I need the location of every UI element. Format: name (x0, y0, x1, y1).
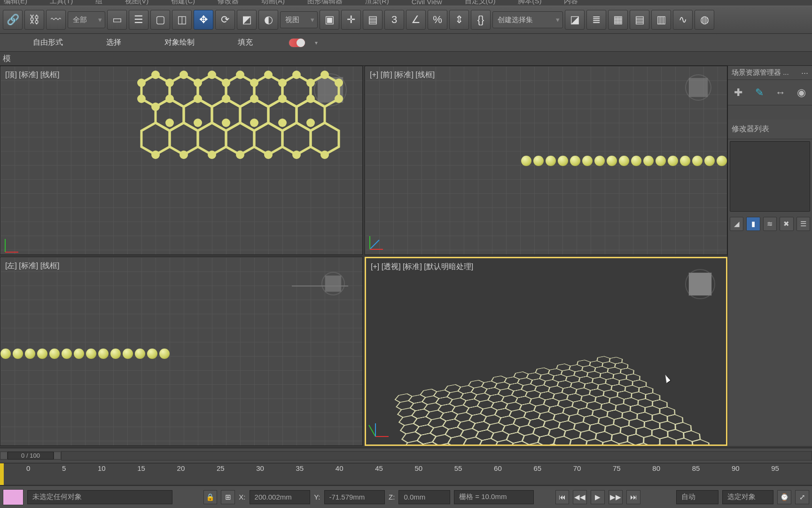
rotate-icon[interactable]: ⟳ (215, 10, 235, 30)
lock-selection-icon[interactable]: 🔒 (203, 490, 218, 504)
viewport-left-label[interactable]: [左] [标准] [线框] (3, 260, 62, 272)
manipulate-icon[interactable]: ✛ (341, 10, 361, 30)
menu-view[interactable]: 视图(V) (125, 0, 148, 6)
angle-snap-icon[interactable]: ∠ (406, 10, 426, 30)
viewport-persp-label[interactable]: [+] [透视] [标准] [默认明暗处理] (369, 261, 475, 273)
configure-icon[interactable]: ☰ (796, 217, 810, 231)
keyboard-shortcut-icon[interactable]: ▤ (363, 10, 383, 30)
create-tab-icon[interactable]: ✚ (730, 85, 746, 101)
layers-icon[interactable]: ▦ (608, 10, 628, 30)
move-icon[interactable]: ✥ (194, 10, 213, 30)
select-object-icon[interactable]: ▭ (107, 10, 127, 30)
modify-tab-icon[interactable]: ✎ (751, 85, 767, 101)
key-filters[interactable]: 选定对象 (722, 490, 774, 504)
ribbon-toggle[interactable] (289, 38, 305, 48)
viewcube-icon[interactable] (325, 275, 342, 292)
svg-point-40 (306, 95, 315, 103)
layer-explorer-icon[interactable]: ▤ (630, 10, 649, 30)
schematic-icon[interactable]: ∿ (673, 10, 693, 30)
maxscript-listener-icon[interactable] (3, 489, 23, 505)
svg-point-22 (165, 95, 174, 103)
viewport-front[interactable]: [+] [前] [标准] [线框] (365, 66, 727, 255)
svg-marker-156 (629, 379, 649, 389)
named-sets-icon[interactable]: {} (471, 10, 491, 30)
motion-tab-icon[interactable]: ◉ (794, 85, 810, 101)
unlink-icon[interactable]: ⛓ (24, 10, 44, 30)
menu-civil[interactable]: Civil View (412, 0, 442, 6)
percent-snap-icon[interactable]: % (428, 10, 447, 30)
menu-content[interactable]: 内容 (564, 0, 578, 6)
hierarchy-tab-icon[interactable]: ↔ (773, 85, 789, 101)
align-icon[interactable]: ≣ (586, 10, 606, 30)
viewport-perspective[interactable]: [+] [透视] [标准] [默认明暗处理] (365, 257, 727, 446)
menu-modifiers[interactable]: 修改器 (218, 0, 239, 6)
y-coord[interactable]: -71.579mm (324, 490, 385, 504)
scale-icon[interactable]: ◩ (237, 10, 257, 30)
ref-coord-dropdown[interactable]: 视图 (280, 11, 318, 28)
placement-icon[interactable]: ◐ (258, 10, 278, 30)
next-key-icon[interactable] (54, 452, 61, 460)
remove-modifier-icon[interactable]: ✖ (780, 217, 793, 231)
scene-explorer-header[interactable]: 场景资源管理器 ...⋯ (728, 66, 812, 80)
make-unique-icon[interactable]: ≋ (763, 217, 777, 231)
x-coord[interactable]: 200.002mm (250, 490, 311, 504)
modifier-stack[interactable] (730, 141, 810, 212)
menu-edit[interactable]: 编辑(E) (4, 0, 27, 6)
hex-plane-geometry (399, 282, 727, 442)
menu-script[interactable]: 脚本(S) (518, 0, 541, 6)
ribbon-dropdown-icon[interactable]: ▾ (315, 40, 318, 46)
material-editor-icon[interactable]: ◍ (695, 10, 714, 30)
menu-animation[interactable]: 动画(A) (261, 0, 285, 6)
menu-render[interactable]: 渲染(R) (365, 0, 389, 6)
select-region-icon[interactable]: ▢ (150, 10, 170, 30)
next-frame-icon[interactable]: ▶︎▶︎ (609, 490, 623, 504)
spinner-snap-icon[interactable]: ⇕ (449, 10, 469, 30)
curve-editor-icon[interactable]: ▥ (651, 10, 671, 30)
menu-tools[interactable]: 工具(T) (50, 0, 73, 6)
viewcube-icon[interactable] (688, 78, 708, 97)
goto-end-icon[interactable]: ⏭ (626, 490, 640, 504)
menu-custom[interactable]: 自定义(U) (465, 0, 496, 6)
prev-frame-icon[interactable]: ◀︎◀︎ (573, 490, 587, 504)
viewport-front-label[interactable]: [+] [前] [标准] [线框] (368, 69, 437, 81)
selection-filter-dropdown[interactable]: 全部 (68, 11, 105, 28)
abs-rel-icon[interactable]: ⊞ (221, 490, 235, 504)
viewport-top-label[interactable]: [顶] [标准] [线框] (3, 69, 62, 81)
menu-create[interactable]: 创建(C) (171, 0, 195, 6)
window-crossing-icon[interactable]: ◫ (172, 10, 192, 30)
pin-stack-icon[interactable]: ◢ (730, 217, 743, 231)
auto-key[interactable]: 自动 (676, 490, 718, 504)
menu-bar[interactable]: 编辑(E) 工具(T) 组 视图(V) 创建(C) 修改器 动画(A) 图形编辑… (0, 0, 812, 6)
time-config-icon[interactable]: ⌚ (777, 490, 791, 504)
select-name-icon[interactable]: ☰ (129, 10, 148, 30)
goto-start-icon[interactable]: ⏮ (555, 490, 570, 504)
current-time-indicator[interactable] (0, 463, 4, 485)
viewport-top[interactable]: [顶] [标准] [线框] (0, 66, 363, 255)
z-coord[interactable]: 0.0mm (398, 490, 450, 504)
menu-graph[interactable]: 图形编辑器 (307, 0, 343, 6)
ribbon-tab-populate[interactable]: 填充 (230, 35, 260, 50)
viewport-nav-icon[interactable]: ⤢ (795, 490, 809, 504)
snap-toggle-icon[interactable]: 3 (384, 10, 404, 30)
ribbon-tab-paint[interactable]: 对象绘制 (157, 35, 202, 50)
ribbon-tab-select[interactable]: 选择 (99, 35, 129, 50)
ribbon-tab-freeform[interactable]: 自由形式 (25, 35, 70, 50)
timeline-ruler[interactable]: 05 1015 2025 3035 4045 5055 6065 7075 80… (0, 463, 812, 484)
viewport-left[interactable]: [左] [标准] [线框] (0, 257, 363, 446)
link-icon[interactable]: 🔗 (3, 10, 23, 30)
play-icon[interactable]: ▶ (591, 490, 605, 504)
prev-key-icon[interactable] (0, 452, 8, 460)
svg-point-55 (278, 119, 287, 127)
sphere-row (0, 349, 170, 359)
named-selection-dropdown[interactable]: 创建选择集 (492, 11, 563, 28)
bind-icon[interactable]: 〰 (46, 10, 66, 30)
modifier-list-label[interactable]: 修改器列表 (728, 119, 812, 139)
time-slider[interactable]: 0 / 100 (0, 448, 812, 463)
menu-group[interactable]: 组 (95, 0, 102, 6)
mirror-icon[interactable]: ◪ (565, 10, 585, 30)
show-end-result-icon[interactable]: ▮ (746, 217, 760, 231)
more-icon[interactable]: ⋯ (801, 69, 808, 77)
frame-display[interactable]: 0 / 100 (8, 452, 54, 460)
pivot-icon[interactable]: ▣ (320, 10, 339, 30)
time-slider-track[interactable] (61, 451, 812, 460)
